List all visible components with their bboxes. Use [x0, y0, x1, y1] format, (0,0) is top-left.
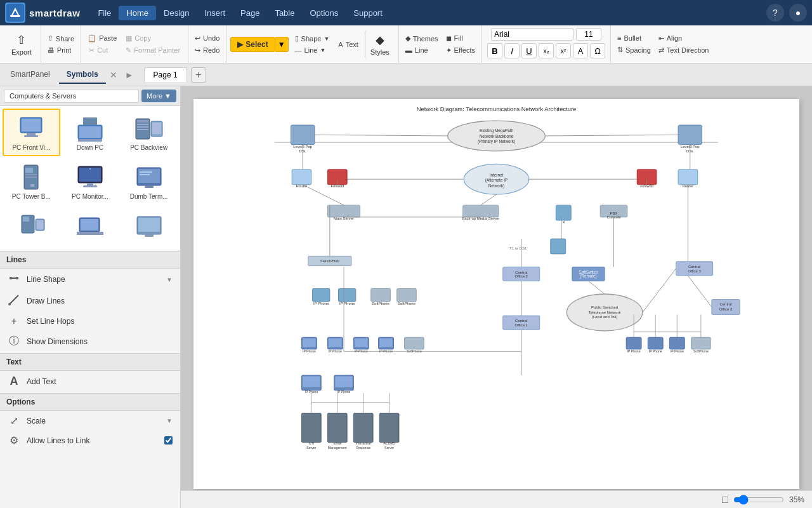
spacing-button[interactable]: ⇅ Spacing	[615, 44, 653, 55]
undo-button[interactable]: ↩ Undo	[192, 33, 222, 44]
fill-button[interactable]: ◼ Fill	[443, 33, 478, 44]
svg-text:Internet: Internet	[490, 173, 504, 177]
font-size-input[interactable]	[576, 28, 601, 41]
align-button[interactable]: ⇤ Align	[656, 33, 712, 44]
line-button[interactable]: — Line ▼	[292, 45, 332, 55]
set-line-hops-icon: +	[8, 316, 20, 327]
nav-options[interactable]: Options	[302, 6, 346, 20]
svg-rect-2	[10, 15, 20, 17]
print-button[interactable]: 🖶 Print	[45, 45, 77, 55]
svg-rect-15	[137, 129, 148, 130]
symbols-tab-close[interactable]: ✕	[107, 70, 120, 80]
symbol-label: Dumb Term...	[130, 193, 168, 200]
add-page-button[interactable]: +	[191, 67, 206, 83]
symbol-down-pc[interactable]: Down PC	[62, 109, 119, 156]
svg-point-27	[89, 168, 91, 170]
symbol-pc-tower[interactable]: PC Tower B...	[3, 157, 60, 205]
tab-smartpanel[interactable]: SmartPanel	[3, 66, 58, 84]
panel-scroll[interactable]: Lines Line Shape ▼ Draw Lines + Set Line…	[0, 250, 180, 508]
symbol-laptop[interactable]	[62, 206, 119, 247]
svg-rect-29	[138, 169, 160, 183]
svg-rect-120	[303, 338, 315, 347]
line-icon: —	[295, 46, 302, 54]
symbol-thin-client[interactable]	[120, 206, 178, 247]
select-btn-wrapper: ▶ Select ▼	[230, 37, 288, 52]
underline-button[interactable]: U	[521, 43, 537, 58]
symbol-workstation[interactable]	[3, 206, 60, 247]
redo-button[interactable]: ↪ Redo	[192, 45, 222, 56]
effects-button[interactable]: ✦ Effects	[443, 45, 478, 56]
select-dropdown[interactable]: ▼	[275, 37, 289, 52]
text-direction-button[interactable]: ⇄ Text Direction	[656, 45, 712, 56]
svg-rect-56	[678, 125, 702, 145]
more-button[interactable]: More ▼	[141, 90, 176, 102]
nav-file[interactable]: File	[90, 6, 119, 20]
symbol-dumb-term[interactable]: Dumb Term...	[120, 157, 178, 205]
svg-rect-38	[81, 219, 98, 231]
copy-button[interactable]: ▦ Copy	[122, 33, 184, 44]
category-dropdown[interactable]: Computers & Servers	[4, 89, 139, 103]
allow-lines-checkbox[interactable]	[164, 436, 173, 444]
line-shape-item[interactable]: Line Shape ▼	[0, 269, 180, 290]
paste-button[interactable]: 📋 Paste	[85, 33, 119, 44]
symbols-grid: PC Front Vi... Down PC	[0, 106, 180, 250]
bold-button[interactable]: B	[487, 43, 502, 58]
zoom-slider[interactable]	[733, 495, 784, 505]
svg-text:Central: Central	[515, 319, 527, 323]
set-line-hops-item[interactable]: + Set Line Hops	[0, 312, 180, 331]
format-painter-button[interactable]: ✎ Format Painter	[122, 45, 184, 56]
bullet-button[interactable]: ≡ Bullet	[615, 33, 653, 43]
page-tab-1[interactable]: Page 1	[144, 67, 187, 82]
tab-symbols[interactable]: Symbols	[59, 66, 106, 84]
nav-home[interactable]: Home	[119, 6, 156, 20]
svg-text:IP Phone: IP Phone	[303, 349, 316, 353]
nav-insert[interactable]: Insert	[197, 6, 233, 20]
nav-design[interactable]: Design	[156, 6, 197, 20]
nav-support[interactable]: Support	[346, 6, 390, 20]
show-dimensions-item[interactable]: ⓘ Show Dimensions	[0, 331, 180, 352]
nav-table[interactable]: Table	[267, 6, 302, 20]
canvas-area[interactable]: Network Diagram: Telecommunications Netw…	[181, 86, 812, 508]
scale-item[interactable]: ⤢ Scale ▼	[0, 411, 180, 431]
share-button[interactable]: ⇧ Share	[45, 33, 77, 44]
svg-text:(Alternate IP: (Alternate IP	[485, 178, 508, 183]
lines-section-header: Lines	[0, 251, 180, 269]
symbol-pc-monitor[interactable]: PC Monitor...	[62, 157, 119, 205]
text-button[interactable]: A Text	[336, 39, 361, 50]
svg-text:(Remote): (Remote)	[580, 274, 597, 279]
svg-rect-17	[152, 123, 161, 134]
symbol-label: PC Front Vi...	[12, 144, 50, 151]
styles-button[interactable]: ◆ Styles	[365, 30, 395, 58]
symbol-pc-backview[interactable]: PC Backview	[120, 109, 178, 156]
svg-line-60	[545, 135, 678, 136]
add-text-item[interactable]: A Add Text	[0, 371, 180, 392]
pc-monitor-icon	[72, 163, 108, 193]
shape-button[interactable]: ▯ Shape ▼	[292, 33, 332, 44]
font-name-input[interactable]	[491, 28, 573, 41]
special-char-button[interactable]: Ω	[590, 43, 605, 58]
align-col: ⇤ Align ⇄ Text Direction	[656, 33, 712, 56]
symbol-pc-front[interactable]: PC Front Vi...	[3, 109, 60, 156]
superscript-button[interactable]: x²	[556, 43, 571, 58]
share-icon: ⇧	[48, 34, 53, 43]
italic-button[interactable]: I	[504, 43, 520, 58]
themes-button[interactable]: ◆ Themes	[403, 33, 441, 44]
export-button[interactable]: ⇧ Export	[6, 30, 37, 58]
copy-icon: ▦	[126, 34, 132, 43]
help-circle-icon[interactable]: ?	[766, 4, 784, 22]
select-button[interactable]: ▶ Select	[230, 37, 275, 52]
font-color-button[interactable]: A	[573, 43, 588, 58]
subscript-button[interactable]: x₂	[539, 43, 554, 58]
svg-text:CTI: CTI	[309, 441, 314, 445]
cut-button[interactable]: ✂ Cut	[85, 45, 119, 56]
user-icon[interactable]: ●	[789, 4, 807, 22]
diagram-canvas[interactable]: Network Diagram: Telecommunications Netw…	[193, 99, 799, 489]
styles-icon: ◆	[376, 33, 384, 47]
top-navigation: smartdraw File Home Design Insert Page T…	[0, 0, 812, 25]
svg-rect-155	[669, 337, 684, 349]
nav-page[interactable]: Page	[233, 6, 267, 20]
tab-next-arrow[interactable]: ►	[121, 67, 138, 83]
line2-button[interactable]: ▬ Line	[403, 45, 441, 55]
draw-lines-item[interactable]: Draw Lines	[0, 290, 180, 312]
zoom-out-btn[interactable]: □	[722, 494, 728, 505]
